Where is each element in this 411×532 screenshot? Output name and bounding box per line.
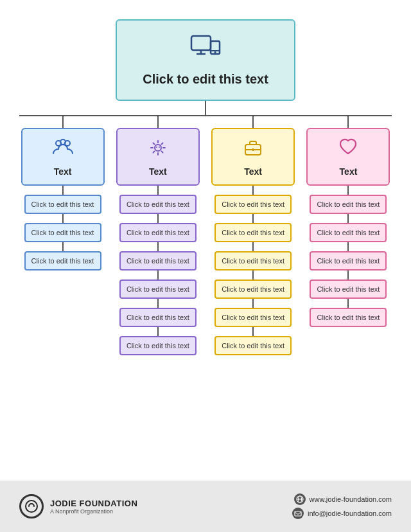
child-node-yellow-2[interactable]: Click to edit this text [214, 223, 292, 242]
child-connector-pink-4 [347, 270, 349, 279]
root-title: Click to edit this text [143, 72, 268, 87]
child-connector-purple-6 [157, 327, 159, 336]
child-connector-blue-3 [62, 242, 64, 251]
svg-point-10 [156, 146, 157, 148]
footer-logo: JODIE FOUNDATION A Nonprofit Organizatio… [19, 494, 137, 519]
category-node-yellow[interactable]: Text [211, 128, 295, 186]
child-connector-yellow-2 [252, 214, 254, 223]
child-connector-purple-3 [157, 242, 159, 251]
category-label-yellow: Text [244, 166, 262, 177]
child-node-yellow-1[interactable]: Click to edit this text [214, 195, 292, 214]
svg-point-5 [214, 51, 216, 53]
horizontal-connector [19, 115, 392, 116]
child-node-pink-1[interactable]: Click to edit this text [310, 195, 387, 214]
branch-pink: Text Click to edit this text Click to ed… [305, 116, 392, 355]
child-node-blue-1[interactable]: Click to edit this text [24, 195, 101, 214]
category-label-purple: Text [149, 166, 167, 177]
branches-container: Text Click to edit this text Click to ed… [19, 116, 392, 355]
child-connector-blue-2 [62, 214, 64, 223]
svg-point-15 [26, 501, 37, 512]
svg-rect-0 [191, 36, 211, 50]
svg-point-9 [155, 145, 161, 151]
root-node[interactable]: Click to edit this text [116, 19, 295, 101]
child-connector-blue-1 [62, 186, 64, 195]
branch-connector-yellow [252, 116, 254, 128]
email-text: info@jodie-foundation.com [308, 510, 392, 517]
child-node-yellow-3[interactable]: Click to edit this text [214, 251, 292, 270]
child-node-pink-4[interactable]: Click to edit this text [310, 279, 387, 299]
child-connector-pink-2 [347, 214, 349, 223]
child-connector-purple-5 [157, 299, 159, 308]
child-connector-purple-1 [157, 186, 159, 195]
child-node-purple-2[interactable]: Click to edit this text [119, 223, 197, 242]
org-name: JODIE FOUNDATION [50, 499, 137, 508]
branch-purple: Text Click to edit this text Click to ed… [114, 116, 201, 355]
svg-point-11 [159, 146, 160, 148]
child-node-pink-3[interactable]: Click to edit this text [310, 251, 387, 270]
category-node-blue[interactable]: Text [21, 128, 105, 186]
child-node-yellow-4[interactable]: Click to edit this text [214, 279, 292, 299]
child-node-blue-3[interactable]: Click to edit this text [24, 251, 101, 270]
website-item: www.jodie-foundation.com [294, 493, 392, 505]
child-node-yellow-5[interactable]: Click to edit this text [214, 308, 292, 327]
child-node-purple-5[interactable]: Click to edit this text [119, 308, 197, 327]
child-node-pink-2[interactable]: Click to edit this text [310, 223, 387, 242]
footer-contact: www.jodie-foundation.com info@jodie-foun… [292, 493, 392, 519]
child-connector-yellow-4 [252, 270, 254, 279]
child-node-purple-1[interactable]: Click to edit this text [119, 195, 197, 214]
branch-yellow: Text Click to edit this text Click to ed… [210, 116, 297, 355]
briefcase-icon [241, 136, 265, 163]
email-icon [292, 508, 304, 519]
category-label-pink: Text [340, 166, 358, 177]
child-connector-yellow-3 [252, 242, 254, 251]
child-connector-purple-4 [157, 270, 159, 279]
child-connector-yellow-6 [252, 327, 254, 336]
child-connector-purple-2 [157, 214, 159, 223]
computer-icon [189, 31, 222, 67]
svg-rect-19 [295, 511, 301, 516]
heart-icon [336, 136, 360, 163]
child-node-purple-4[interactable]: Click to edit this text [119, 279, 197, 299]
child-connector-pink-5 [347, 299, 349, 308]
child-connector-pink-1 [347, 186, 349, 195]
branch-connector-purple [157, 116, 159, 128]
child-node-blue-2[interactable]: Click to edit this text [24, 223, 101, 242]
branch-connector-blue [62, 116, 64, 128]
child-connector-pink-3 [347, 242, 349, 251]
footer: JODIE FOUNDATION A Nonprofit Organizatio… [0, 481, 411, 532]
people-icon [51, 136, 75, 163]
child-node-purple-3[interactable]: Click to edit this text [119, 251, 197, 270]
child-node-purple-6[interactable]: Click to edit this text [119, 336, 197, 355]
org-sub: A Nonprofit Organization [50, 508, 137, 515]
branch-connector-pink [347, 116, 349, 128]
logo-text: JODIE FOUNDATION A Nonprofit Organizatio… [50, 499, 137, 515]
category-node-pink[interactable]: Text [306, 128, 390, 186]
settings-icon [146, 136, 170, 163]
root-connector [205, 101, 206, 115]
child-connector-yellow-1 [252, 186, 254, 195]
branch-blue: Text Click to edit this text Click to ed… [19, 116, 106, 355]
child-node-yellow-6[interactable]: Click to edit this text [214, 336, 292, 355]
category-label-blue: Text [54, 166, 72, 177]
www-icon [294, 493, 306, 505]
child-connector-yellow-5 [252, 299, 254, 308]
website-text: www.jodie-foundation.com [310, 495, 392, 503]
email-item: info@jodie-foundation.com [292, 508, 392, 519]
main-content: Click to edit this text T [0, 0, 411, 481]
category-node-purple[interactable]: Text [116, 128, 200, 186]
child-node-pink-5[interactable]: Click to edit this text [310, 308, 387, 327]
logo-icon [19, 494, 44, 519]
